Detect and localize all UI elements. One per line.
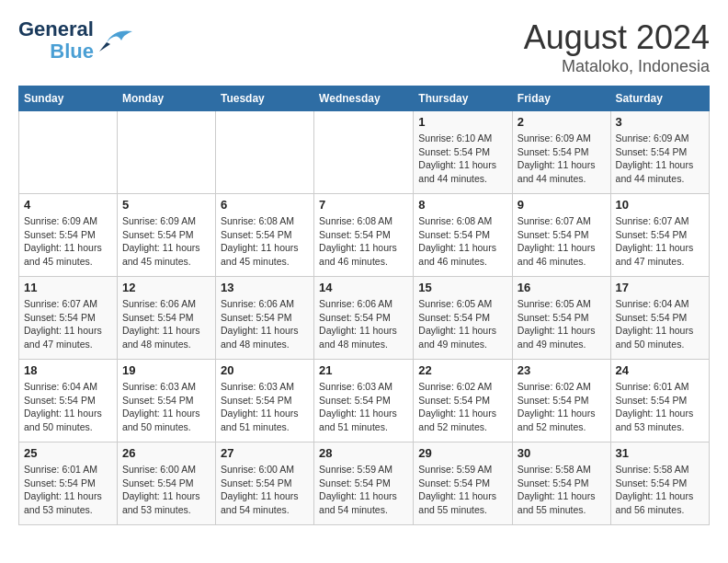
weekday-header: Wednesday	[314, 86, 414, 111]
weekday-header: Monday	[117, 86, 215, 111]
calendar-cell: 25Sunrise: 6:01 AM Sunset: 5:54 PM Dayli…	[19, 442, 118, 525]
calendar-cell: 14Sunrise: 6:06 AM Sunset: 5:54 PM Dayli…	[314, 277, 414, 360]
day-number: 13	[221, 281, 309, 294]
calendar-cell: 1Sunrise: 6:10 AM Sunset: 5:54 PM Daylig…	[414, 111, 513, 194]
day-number: 9	[518, 198, 606, 212]
day-info: Sunrise: 6:06 AM Sunset: 5:54 PM Dayligh…	[319, 297, 408, 351]
day-info: Sunrise: 6:01 AM Sunset: 5:54 PM Dayligh…	[616, 380, 704, 434]
logo-general: General	[18, 18, 94, 40]
calendar-cell: 2Sunrise: 6:09 AM Sunset: 5:54 PM Daylig…	[512, 111, 610, 194]
weekday-header: Saturday	[610, 86, 709, 111]
day-number: 5	[122, 198, 210, 212]
day-info: Sunrise: 5:59 AM Sunset: 5:54 PM Dayligh…	[418, 463, 507, 517]
day-info: Sunrise: 6:05 AM Sunset: 5:54 PM Dayligh…	[518, 297, 606, 351]
day-info: Sunrise: 6:04 AM Sunset: 5:54 PM Dayligh…	[24, 380, 112, 434]
day-number: 6	[221, 198, 309, 212]
day-number: 20	[221, 363, 309, 377]
logo-bird-icon	[97, 24, 132, 57]
day-number: 22	[418, 363, 507, 377]
day-number: 18	[24, 363, 112, 377]
calendar-cell: 17Sunrise: 6:04 AM Sunset: 5:54 PM Dayli…	[610, 277, 709, 360]
day-info: Sunrise: 5:58 AM Sunset: 5:54 PM Dayligh…	[616, 463, 704, 517]
day-info: Sunrise: 6:10 AM Sunset: 5:54 PM Dayligh…	[418, 132, 507, 186]
calendar-cell: 20Sunrise: 6:03 AM Sunset: 5:54 PM Dayli…	[215, 360, 313, 442]
day-number: 21	[319, 363, 408, 377]
calendar-cell: 27Sunrise: 6:00 AM Sunset: 5:54 PM Dayli…	[215, 442, 313, 525]
day-info: Sunrise: 6:08 AM Sunset: 5:54 PM Dayligh…	[418, 214, 507, 269]
day-number: 2	[518, 115, 606, 129]
day-info: Sunrise: 6:09 AM Sunset: 5:54 PM Dayligh…	[24, 214, 112, 269]
calendar-table: SundayMondayTuesdayWednesdayThursdayFrid…	[18, 86, 710, 525]
weekday-header: Thursday	[414, 86, 513, 111]
day-info: Sunrise: 6:09 AM Sunset: 5:54 PM Dayligh…	[518, 132, 606, 186]
day-number: 7	[319, 198, 408, 212]
day-number: 8	[418, 198, 507, 212]
page-header: General Blue August 2024 Mataloko, Indon…	[18, 18, 710, 76]
day-info: Sunrise: 6:00 AM Sunset: 5:54 PM Dayligh…	[221, 463, 309, 517]
calendar-cell: 5Sunrise: 6:09 AM Sunset: 5:54 PM Daylig…	[117, 194, 215, 277]
day-number: 29	[418, 446, 507, 460]
day-number: 30	[518, 446, 606, 460]
day-number: 23	[518, 363, 606, 377]
calendar-cell	[314, 111, 414, 194]
day-number: 19	[122, 363, 210, 377]
calendar-cell: 16Sunrise: 6:05 AM Sunset: 5:54 PM Dayli…	[512, 277, 610, 360]
calendar-cell: 29Sunrise: 5:59 AM Sunset: 5:54 PM Dayli…	[414, 442, 513, 525]
day-info: Sunrise: 6:03 AM Sunset: 5:54 PM Dayligh…	[319, 380, 408, 434]
weekday-header: Friday	[512, 86, 610, 111]
day-info: Sunrise: 6:03 AM Sunset: 5:54 PM Dayligh…	[221, 380, 309, 434]
calendar-cell	[19, 111, 118, 194]
calendar-cell: 11Sunrise: 6:07 AM Sunset: 5:54 PM Dayli…	[19, 277, 118, 360]
day-info: Sunrise: 6:08 AM Sunset: 5:54 PM Dayligh…	[319, 214, 408, 269]
day-number: 25	[24, 446, 112, 460]
day-number: 10	[616, 198, 704, 212]
day-number: 4	[24, 198, 112, 212]
calendar-cell: 8Sunrise: 6:08 AM Sunset: 5:54 PM Daylig…	[414, 194, 513, 277]
calendar-cell: 26Sunrise: 6:00 AM Sunset: 5:54 PM Dayli…	[117, 442, 215, 525]
day-info: Sunrise: 6:00 AM Sunset: 5:54 PM Dayligh…	[122, 463, 210, 517]
calendar-cell: 7Sunrise: 6:08 AM Sunset: 5:54 PM Daylig…	[314, 194, 414, 277]
day-number: 26	[122, 446, 210, 460]
weekday-header: Sunday	[19, 86, 118, 111]
day-info: Sunrise: 5:59 AM Sunset: 5:54 PM Dayligh…	[319, 463, 408, 517]
day-info: Sunrise: 6:07 AM Sunset: 5:54 PM Dayligh…	[616, 214, 704, 269]
title-block: August 2024 Mataloko, Indonesia	[524, 18, 710, 76]
calendar-cell: 6Sunrise: 6:08 AM Sunset: 5:54 PM Daylig…	[215, 194, 313, 277]
day-info: Sunrise: 6:02 AM Sunset: 5:54 PM Dayligh…	[518, 380, 606, 434]
calendar-cell: 21Sunrise: 6:03 AM Sunset: 5:54 PM Dayli…	[314, 360, 414, 442]
day-info: Sunrise: 6:09 AM Sunset: 5:54 PM Dayligh…	[616, 132, 704, 186]
day-number: 3	[616, 115, 704, 129]
calendar-cell: 28Sunrise: 5:59 AM Sunset: 5:54 PM Dayli…	[314, 442, 414, 525]
calendar-cell: 24Sunrise: 6:01 AM Sunset: 5:54 PM Dayli…	[610, 360, 709, 442]
calendar-cell	[215, 111, 313, 194]
calendar-cell: 4Sunrise: 6:09 AM Sunset: 5:54 PM Daylig…	[19, 194, 118, 277]
day-number: 12	[122, 281, 210, 294]
day-info: Sunrise: 6:09 AM Sunset: 5:54 PM Dayligh…	[122, 214, 210, 269]
day-info: Sunrise: 6:07 AM Sunset: 5:54 PM Dayligh…	[24, 297, 112, 351]
day-info: Sunrise: 6:03 AM Sunset: 5:54 PM Dayligh…	[122, 380, 210, 434]
day-number: 31	[616, 446, 704, 460]
calendar-cell: 9Sunrise: 6:07 AM Sunset: 5:54 PM Daylig…	[512, 194, 610, 277]
calendar-cell: 22Sunrise: 6:02 AM Sunset: 5:54 PM Dayli…	[414, 360, 513, 442]
calendar-cell: 31Sunrise: 5:58 AM Sunset: 5:54 PM Dayli…	[610, 442, 709, 525]
calendar-cell: 23Sunrise: 6:02 AM Sunset: 5:54 PM Dayli…	[512, 360, 610, 442]
day-number: 16	[518, 281, 606, 294]
calendar-cell: 13Sunrise: 6:06 AM Sunset: 5:54 PM Dayli…	[215, 277, 313, 360]
day-number: 17	[616, 281, 704, 294]
day-number: 27	[221, 446, 309, 460]
day-info: Sunrise: 5:58 AM Sunset: 5:54 PM Dayligh…	[518, 463, 606, 517]
day-number: 1	[418, 115, 507, 129]
calendar-cell: 12Sunrise: 6:06 AM Sunset: 5:54 PM Dayli…	[117, 277, 215, 360]
calendar-cell: 3Sunrise: 6:09 AM Sunset: 5:54 PM Daylig…	[610, 111, 709, 194]
day-number: 15	[418, 281, 507, 294]
weekday-header: Tuesday	[215, 86, 313, 111]
calendar-cell: 15Sunrise: 6:05 AM Sunset: 5:54 PM Dayli…	[414, 277, 513, 360]
day-info: Sunrise: 6:04 AM Sunset: 5:54 PM Dayligh…	[616, 297, 704, 351]
logo: General Blue	[18, 18, 132, 63]
calendar-cell: 19Sunrise: 6:03 AM Sunset: 5:54 PM Dayli…	[117, 360, 215, 442]
calendar-cell	[117, 111, 215, 194]
day-info: Sunrise: 6:08 AM Sunset: 5:54 PM Dayligh…	[221, 214, 309, 269]
day-number: 14	[319, 281, 408, 294]
day-number: 28	[319, 446, 408, 460]
logo-blue: Blue	[50, 40, 94, 63]
